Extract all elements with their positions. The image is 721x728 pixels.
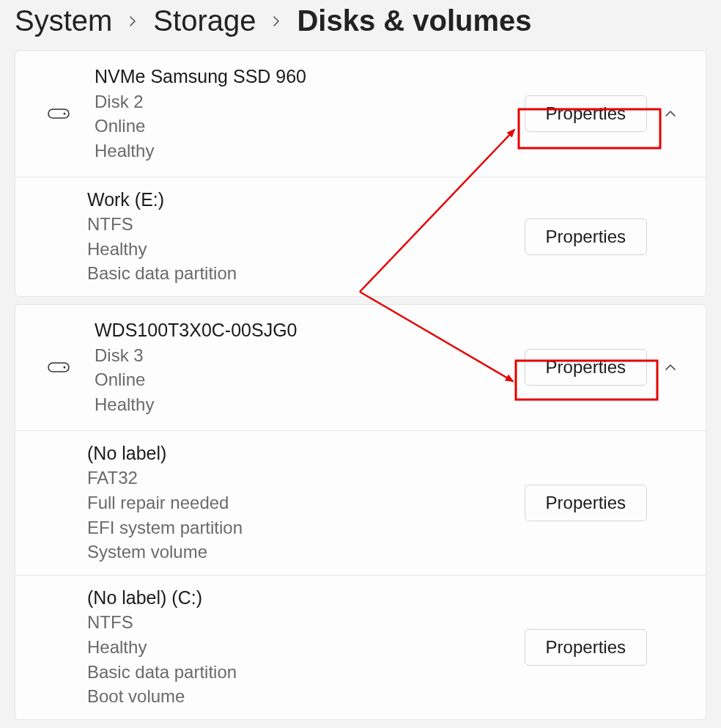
- disk-status: Online: [95, 367, 525, 392]
- disk-label: Disk 3: [95, 343, 525, 368]
- disk-health: Healthy: [95, 139, 525, 163]
- page-title: Disks & volumes: [297, 4, 531, 37]
- properties-button[interactable]: Properties: [525, 629, 647, 666]
- volume-row[interactable]: (No label) (C:) NTFS Healthy Basic data …: [15, 575, 706, 719]
- svg-rect-0: [48, 109, 69, 118]
- chevron-right-icon: [270, 10, 282, 32]
- disk-card: WDS100T3X0C-00SJG0 Disk 3 Online Healthy…: [15, 304, 706, 720]
- disk-label: Disk 2: [95, 89, 525, 114]
- properties-button[interactable]: Properties: [525, 218, 647, 255]
- disk-card: NVMe Samsung SSD 960 Disk 2 Online Healt…: [15, 51, 706, 297]
- disk-icon: [37, 362, 80, 372]
- disk-health: Healthy: [95, 392, 525, 417]
- chevron-up-icon[interactable]: [656, 107, 685, 120]
- breadcrumb-storage[interactable]: Storage: [153, 4, 256, 37]
- svg-rect-2: [48, 363, 69, 372]
- volume-health: Healthy: [87, 237, 525, 262]
- volume-name: (No label) (C:): [87, 586, 525, 611]
- volume-health: Healthy: [87, 635, 525, 660]
- volume-type: Basic data partition: [87, 660, 525, 685]
- volume-fs: NTFS: [87, 212, 525, 237]
- volume-name: (No label): [87, 441, 525, 466]
- volume-type: Basic data partition: [87, 261, 525, 286]
- volume-type: EFI system partition: [87, 515, 525, 540]
- volume-name: Work (E:): [87, 188, 525, 213]
- chevron-up-icon[interactable]: [656, 361, 685, 374]
- disk-list: NVMe Samsung SSD 960 Disk 2 Online Healt…: [0, 51, 721, 720]
- properties-button[interactable]: Properties: [525, 485, 647, 521]
- breadcrumb: System Storage Disks & volumes: [0, 0, 721, 51]
- volume-row[interactable]: (No label) FAT32 Full repair needed EFI …: [15, 430, 706, 575]
- volume-extra: System volume: [87, 540, 525, 565]
- svg-point-1: [64, 113, 66, 115]
- disk-icon: [37, 109, 80, 119]
- volume-health: Full repair needed: [87, 490, 525, 515]
- disk-status: Online: [95, 114, 525, 139]
- chevron-right-icon: [127, 10, 138, 32]
- volume-row[interactable]: Work (E:) NTFS Healthy Basic data partit…: [15, 177, 706, 297]
- svg-point-3: [64, 367, 66, 369]
- disk-text: WDS100T3X0C-00SJG0 Disk 3 Online Healthy: [80, 318, 525, 417]
- disk-text: NVMe Samsung SSD 960 Disk 2 Online Healt…: [80, 65, 525, 163]
- disk-row[interactable]: NVMe Samsung SSD 960 Disk 2 Online Healt…: [15, 51, 706, 177]
- volume-text: (No label) FAT32 Full repair needed EFI …: [30, 441, 525, 565]
- properties-button[interactable]: Properties: [525, 95, 647, 132]
- disk-name: WDS100T3X0C-00SJG0: [95, 318, 525, 343]
- volume-fs: FAT32: [87, 466, 525, 490]
- volume-text: (No label) (C:) NTFS Healthy Basic data …: [30, 586, 525, 709]
- volume-fs: NTFS: [87, 610, 525, 635]
- breadcrumb-system[interactable]: System: [15, 4, 112, 37]
- disk-name: NVMe Samsung SSD 960: [95, 65, 525, 89]
- properties-button[interactable]: Properties: [525, 349, 647, 386]
- disk-row[interactable]: WDS100T3X0C-00SJG0 Disk 3 Online Healthy…: [15, 305, 706, 430]
- volume-text: Work (E:) NTFS Healthy Basic data partit…: [30, 188, 525, 287]
- volume-extra: Boot volume: [87, 684, 525, 709]
